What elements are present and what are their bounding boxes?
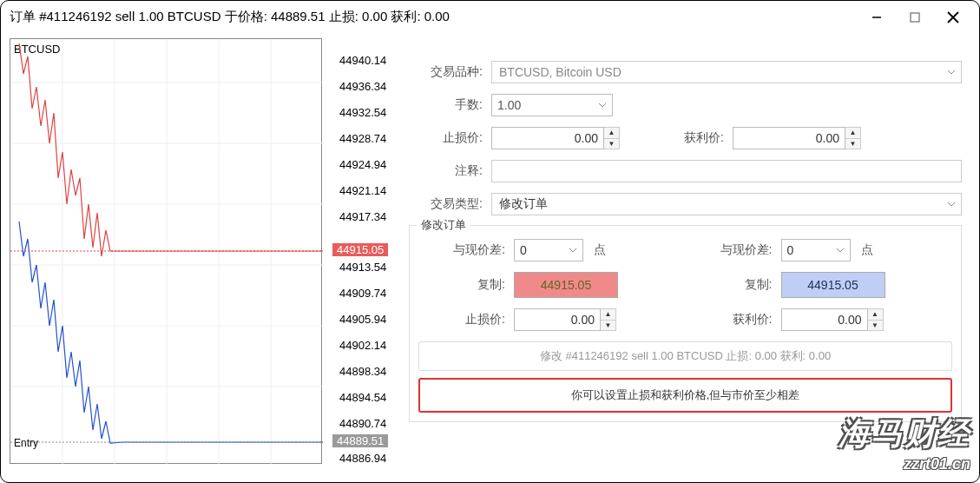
copy-label-left: 复制: (418, 277, 505, 293)
hint-message: 你可以设置止损和获利价格,但与市价至少相差 (418, 378, 952, 413)
minimize-button[interactable] (868, 9, 885, 26)
up-arrow-icon: ▲ (601, 309, 615, 321)
symbol-select[interactable]: BTCUSD, Bitcoin USD (491, 61, 962, 83)
up-arrow-icon: ▲ (845, 128, 860, 139)
diff-select-left[interactable]: 0 (514, 239, 583, 261)
modify-sl-input[interactable]: 0.00 (514, 308, 601, 331)
down-arrow-icon: ▼ (604, 139, 619, 149)
down-arrow-icon: ▼ (845, 139, 860, 149)
modify-sl-label: 止损价: (418, 312, 505, 328)
window-title: 订单 #411246192 sell 1.00 BTCUSD 于价格: 4488… (10, 9, 868, 25)
chevron-down-icon (947, 197, 956, 211)
modify-title: 修改订单 (417, 217, 470, 233)
copy-label-right: 复制: (686, 277, 773, 293)
up-arrow-icon: ▲ (868, 309, 883, 321)
up-arrow-icon: ▲ (604, 128, 619, 139)
maximize-button[interactable] (906, 9, 924, 26)
sl-spinner[interactable]: ▲▼ (604, 127, 620, 149)
down-arrow-icon: ▼ (868, 321, 883, 331)
diff-select-right[interactable]: 0 (781, 239, 851, 261)
entry-price-marker: 44889.51 (332, 434, 388, 447)
chart-panel: BTCUSD Entry 44940.14 44936.34 4 (10, 38, 391, 473)
type-select[interactable]: 修改订单 (491, 193, 962, 215)
modify-tp-spinner[interactable]: ▲▼ (868, 308, 884, 331)
copy-bid-button[interactable]: 44915.05 (781, 272, 885, 298)
down-arrow-icon: ▼ (601, 321, 615, 331)
comment-input[interactable] (491, 160, 962, 182)
diff-label-left: 与现价差: (418, 242, 505, 258)
points-label: 点 (861, 242, 873, 258)
modify-tp-label: 获利价: (686, 312, 773, 328)
modify-order-fieldset: 修改订单 与现价差: 0 点 与现价差: 0 点 (409, 225, 962, 422)
chevron-down-icon (836, 243, 845, 257)
modify-sl-spinner[interactable]: ▲▼ (601, 308, 616, 331)
close-button[interactable] (944, 9, 962, 26)
lots-input[interactable]: 1.00 (491, 94, 613, 116)
type-label: 交易类型: (409, 196, 491, 212)
y-axis: 44940.14 44936.34 44932.54 44928.74 4492… (324, 38, 391, 464)
ask-price-marker: 44915.05 (332, 243, 388, 256)
copy-ask-button[interactable]: 44915.05 (514, 272, 618, 298)
chevron-down-icon (569, 243, 577, 257)
chevron-down-icon (947, 65, 956, 79)
modify-action-button[interactable]: 修改 #411246192 sell 1.00 BTCUSD 止损: 0.00 … (418, 341, 952, 371)
symbol-label: 交易品种: (409, 64, 491, 80)
sl-label: 止损价: (409, 130, 491, 146)
lots-label: 手数: (409, 97, 491, 113)
sl-input[interactable]: 0.00 (491, 127, 604, 149)
tp-input[interactable]: 0.00 (733, 127, 845, 149)
svg-rect-1 (911, 13, 919, 22)
comment-label: 注释: (409, 163, 491, 179)
chevron-down-icon (598, 98, 607, 112)
tp-spinner[interactable]: ▲▼ (845, 127, 861, 149)
tp-label: 获利价: (672, 130, 724, 146)
points-label: 点 (594, 242, 606, 258)
price-chart[interactable]: BTCUSD Entry (10, 38, 322, 464)
modify-tp-input[interactable]: 0.00 (781, 308, 868, 331)
diff-label-right: 与现价差: (686, 242, 773, 258)
